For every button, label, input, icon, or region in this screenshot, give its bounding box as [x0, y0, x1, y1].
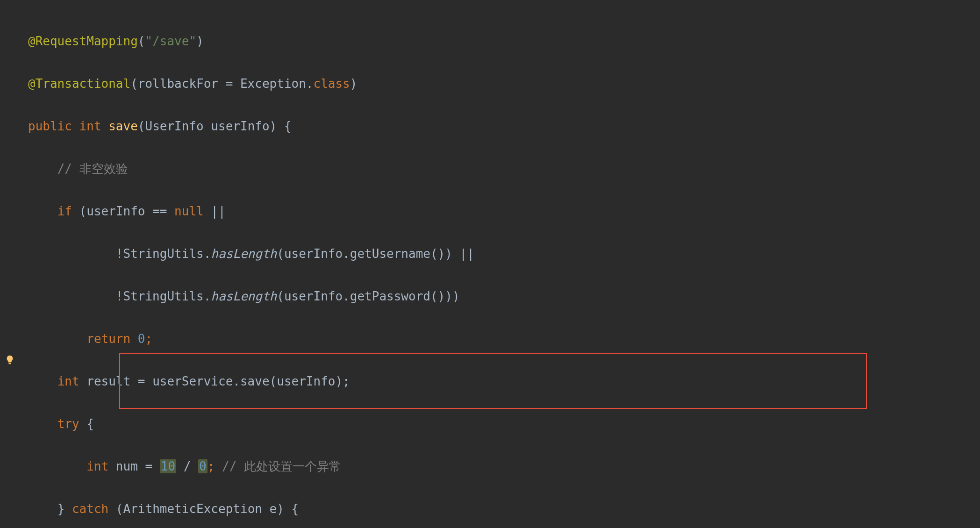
code-line: @RequestMapping("/save") [28, 31, 980, 52]
code-editor[interactable]: @RequestMapping("/save") @Transactional(… [19, 9, 980, 528]
code-line: try { [28, 414, 980, 435]
editor-gutter [0, 0, 19, 528]
code-line: !StringUtils.hasLength(userInfo.getPassw… [28, 286, 980, 307]
intention-bulb-icon[interactable] [5, 350, 14, 360]
code-line: !StringUtils.hasLength(userInfo.getUsern… [28, 243, 980, 265]
code-line: // 非空效验 [28, 158, 980, 180]
code-line: int result = userService.save(userInfo); [28, 371, 980, 392]
code-line: public int save(UserInfo userInfo) { [28, 116, 980, 137]
code-line: return 0; [28, 328, 980, 350]
code-line: @Transactional(rollbackFor = Exception.c… [28, 73, 980, 95]
code-line: if (userInfo == null || [28, 201, 980, 222]
code-line: } catch (ArithmeticException e) { [28, 499, 980, 520]
code-line: int num = 10 / 0; // 此处设置一个异常 [28, 456, 980, 478]
